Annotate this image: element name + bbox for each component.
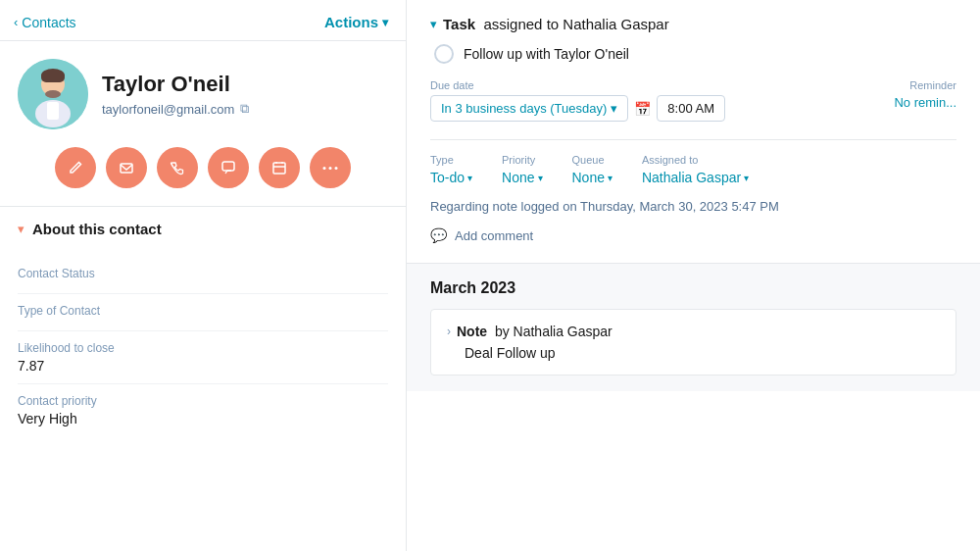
queue-label: Queue (572, 154, 612, 166)
task-prop-type: Type To-do ▾ (430, 154, 472, 185)
task-header-row: ▾ Task assigned to Nathalia Gaspar (430, 16, 956, 32)
task-collapse-icon[interactable]: ▾ (430, 17, 437, 31)
assigned-chevron-icon: ▾ (744, 173, 749, 183)
priority-chevron-icon: ▾ (538, 173, 543, 183)
field-value-contact-priority: Very High (18, 411, 388, 426)
queue-value[interactable]: None ▾ (572, 170, 612, 185)
field-likelihood-to-close: Likelihood to close 7.87 (18, 331, 388, 384)
actions-chevron-icon: ▾ (382, 16, 388, 29)
contact-header: Taylor O'neil taylorfoneil@gmail.com ⧉ (0, 41, 406, 143)
priority-value-text: None (502, 170, 534, 185)
note-title-bold: Note (457, 324, 487, 339)
type-chevron-icon: ▾ (467, 173, 472, 183)
more-button[interactable] (310, 147, 351, 188)
type-value[interactable]: To-do ▾ (430, 170, 472, 185)
priority-label: Priority (502, 154, 542, 166)
action-buttons-row (0, 143, 406, 206)
field-label-type-of-contact: Type of Contact (18, 304, 388, 318)
calendar-icon: 📅 (634, 101, 651, 117)
time-pill[interactable]: 8:00 AM (657, 95, 725, 122)
task-props-row: Type To-do ▾ Priority None ▾ Queue None … (430, 139, 956, 185)
svg-rect-9 (273, 163, 285, 174)
regarding-note: Regarding note logged on Thursday, March… (430, 199, 956, 214)
field-label-contact-status: Contact Status (18, 267, 388, 280)
priority-value[interactable]: None ▾ (502, 170, 542, 185)
type-value-text: To-do (430, 170, 465, 185)
svg-point-12 (335, 167, 338, 170)
task-prop-queue: Queue None ▾ (572, 154, 612, 185)
svg-rect-3 (41, 73, 65, 82)
field-label-likelihood: Likelihood to close (18, 341, 388, 355)
type-label: Type (430, 154, 472, 166)
svg-point-10 (323, 167, 326, 170)
task-title: Task assigned to Nathalia Gaspar (443, 16, 669, 32)
chat-button[interactable] (208, 147, 249, 188)
timeline-section: March 2023 › Note by Nathalia Gaspar Dea… (407, 264, 980, 391)
due-date-label: Due date (430, 79, 894, 91)
note-header-row: › Note by Nathalia Gaspar (447, 324, 940, 339)
field-label-contact-priority: Contact priority (18, 394, 388, 408)
about-title: About this contact (32, 221, 162, 237)
svg-rect-8 (222, 162, 234, 171)
comment-icon: 💬 (430, 227, 447, 243)
queue-value-text: None (572, 170, 605, 185)
assigned-value[interactable]: Nathalia Gaspar ▾ (642, 170, 956, 185)
queue-chevron-icon: ▾ (608, 173, 612, 183)
top-nav: ‹ Contacts Actions ▾ (0, 0, 406, 41)
edit-button[interactable] (55, 147, 96, 188)
add-comment-row[interactable]: 💬 Add comment (430, 227, 956, 243)
task-item-label: Follow up with Taylor O'neil (464, 46, 629, 62)
email-button[interactable] (106, 147, 147, 188)
reminder-label: Reminder (894, 79, 956, 91)
svg-rect-6 (47, 102, 59, 120)
task-item-row: Follow up with Taylor O'neil (430, 44, 956, 64)
back-label: Contacts (22, 15, 75, 30)
due-date-value: In 3 business days (Tuesday) (441, 101, 607, 116)
fields-section: Contact Status Type of Contact Likelihoo… (0, 251, 406, 450)
note-expand-icon[interactable]: › (447, 325, 451, 338)
contact-email: taylorfoneil@gmail.com (102, 102, 234, 117)
task-prop-assigned: Assigned to Nathalia Gaspar ▾ (642, 154, 956, 185)
contact-name-area: Taylor O'neil taylorfoneil@gmail.com ⧉ (102, 72, 249, 117)
task-title-bold: Task (443, 16, 475, 32)
task-meta-grid: Due date In 3 business days (Tuesday) ▾ … (430, 79, 956, 122)
due-date-control: In 3 business days (Tuesday) ▾ 📅 8:00 AM (430, 95, 894, 122)
back-link[interactable]: ‹ Contacts (14, 15, 76, 30)
back-chevron-icon: ‹ (14, 15, 18, 29)
avatar (18, 59, 88, 129)
task-complete-circle[interactable] (434, 44, 454, 64)
contact-name: Taylor O'neil (102, 72, 249, 97)
time-value: 8:00 AM (667, 101, 714, 116)
task-prop-priority: Priority None ▾ (502, 154, 542, 185)
right-panel: ▾ Task assigned to Nathalia Gaspar Follo… (407, 0, 980, 391)
svg-point-11 (329, 167, 332, 170)
field-value-likelihood: 7.87 (18, 358, 388, 374)
due-date-pill[interactable]: In 3 business days (Tuesday) ▾ (430, 95, 628, 122)
about-header[interactable]: ▾ About this contact (0, 207, 406, 251)
left-panel: ‹ Contacts Actions ▾ (0, 0, 407, 551)
contact-email-row: taylorfoneil@gmail.com ⧉ (102, 101, 249, 117)
copy-icon[interactable]: ⧉ (240, 101, 249, 117)
reminder-section: Reminder No remin... (894, 79, 956, 122)
call-button[interactable] (157, 147, 198, 188)
field-contact-status: Contact Status (18, 257, 388, 294)
field-contact-priority: Contact priority Very High (18, 384, 388, 436)
note-title: Note by Nathalia Gaspar (457, 324, 612, 339)
reminder-value[interactable]: No remin... (894, 95, 956, 110)
about-section: ▾ About this contact Contact Status Type… (0, 206, 406, 450)
assigned-value-text: Nathalia Gaspar (642, 170, 741, 185)
actions-label: Actions (324, 14, 378, 30)
svg-rect-7 (121, 164, 132, 173)
field-type-of-contact: Type of Contact (18, 294, 388, 331)
timeline-month: March 2023 (430, 279, 956, 297)
right-wrapper: ▾ Task assigned to Nathalia Gaspar Follo… (407, 0, 980, 551)
task-section: ▾ Task assigned to Nathalia Gaspar Follo… (407, 0, 980, 264)
about-chevron-icon: ▾ (18, 222, 24, 236)
assigned-label: Assigned to (642, 154, 956, 166)
actions-button[interactable]: Actions ▾ (324, 14, 388, 30)
add-comment-label: Add comment (455, 228, 533, 243)
due-date-chevron-icon: ▾ (611, 101, 617, 116)
note-author: by Nathalia Gaspar (495, 324, 612, 339)
schedule-button[interactable] (259, 147, 300, 188)
svg-point-4 (45, 90, 61, 98)
